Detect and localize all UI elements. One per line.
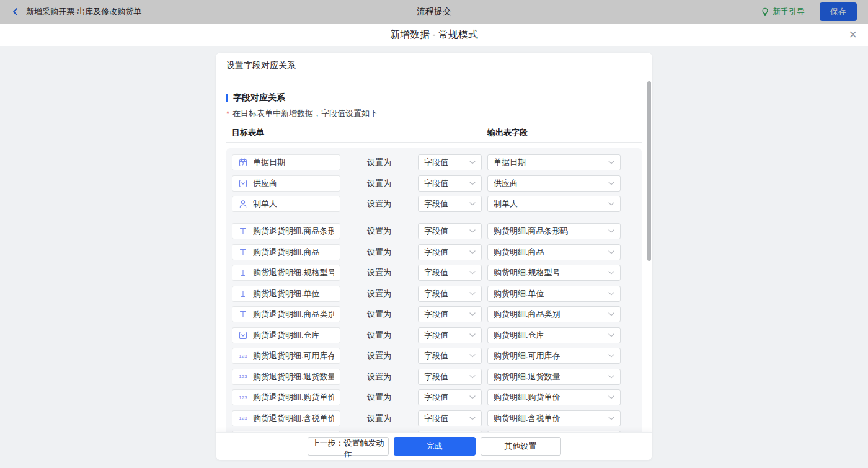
- chevron-down-icon: [469, 375, 476, 379]
- output-field-select[interactable]: 购货明细.退货数量: [487, 369, 621, 385]
- panel-header: 设置字段对应关系: [216, 53, 652, 79]
- target-field-label: 购货退货明细.单位: [253, 288, 320, 299]
- set-as-label: 设置为: [340, 371, 418, 382]
- set-as-label: 设置为: [340, 178, 418, 189]
- modal-header: 新增数据 - 常规模式 ×: [0, 24, 868, 46]
- value-type-selected: 字段值: [424, 157, 448, 168]
- output-field-select[interactable]: 购货明细.可用库存: [487, 348, 621, 364]
- mapping-panel: 设置字段对应关系 字段对应关系 * 在目标表单中新增数据，字段值设置如下 目标表…: [216, 53, 652, 460]
- text-icon: [238, 310, 248, 319]
- close-icon[interactable]: ×: [849, 26, 857, 43]
- chevron-down-icon: [469, 161, 476, 164]
- chevron-down-icon: [608, 271, 614, 275]
- beginner-guide-label: 新手引导: [773, 6, 805, 17]
- value-type-select[interactable]: 字段值: [418, 223, 482, 239]
- column-header-target: 目标表单: [232, 127, 264, 138]
- save-button[interactable]: 保存: [820, 2, 857, 21]
- table-row: 123 购货退货明细.可用库存 设置为 字段值 购货明细.可用库存: [232, 348, 636, 364]
- chevron-down-icon: [469, 229, 476, 233]
- section-description: * 在目标表单中新增数据，字段值设置如下: [226, 108, 642, 119]
- value-type-select[interactable]: 字段值: [418, 327, 482, 343]
- panel-content: 字段对应关系 * 在目标表单中新增数据，字段值设置如下 目标表单 输出表字段 单…: [216, 79, 652, 432]
- value-type-select[interactable]: 字段值: [418, 348, 482, 364]
- set-as-label: 设置为: [340, 247, 418, 258]
- other-settings-button[interactable]: 其他设置: [480, 437, 561, 456]
- number-icon: 123: [238, 415, 248, 421]
- chevron-down-icon: [469, 333, 476, 337]
- set-as-label: 设置为: [340, 267, 418, 278]
- chevron-down-icon: [469, 395, 476, 399]
- output-field-selected: 单据日期: [494, 157, 526, 168]
- output-field-select[interactable]: 购货明细.商品类别: [487, 306, 621, 322]
- chevron-down-icon: [608, 312, 614, 316]
- panel-footer: 上一步：设置触发动作 完成 其他设置: [216, 432, 652, 460]
- target-field-label: 购货退货明细.商品: [253, 247, 320, 258]
- text-icon: [238, 289, 248, 298]
- value-type-select[interactable]: 字段值: [418, 265, 482, 281]
- table-row: 单据日期 设置为 字段值 单据日期: [232, 154, 636, 170]
- user-icon: [238, 200, 248, 208]
- output-field-select[interactable]: 单据日期: [487, 154, 621, 170]
- chevron-down-icon: [608, 202, 614, 206]
- output-field-select[interactable]: 购货明细.含税单价: [487, 410, 621, 426]
- value-type-select[interactable]: 字段值: [418, 175, 482, 192]
- page-mode-title: 流程提交: [0, 6, 868, 17]
- column-headers: 目标表单 输出表字段: [226, 127, 642, 137]
- output-field-select[interactable]: 购货明细.仓库: [487, 327, 621, 343]
- mapping-rows-container: 单据日期 设置为 字段值 单据日期 供应商 设置为 字段值 供应商 制单人 设: [226, 148, 642, 432]
- value-type-selected: 字段值: [424, 247, 448, 258]
- value-type-select[interactable]: 字段值: [418, 196, 482, 212]
- select-icon: [238, 331, 248, 340]
- set-as-label: 设置为: [340, 157, 418, 168]
- section-title: 字段对应关系: [226, 92, 642, 104]
- value-type-select[interactable]: 字段值: [418, 244, 482, 260]
- done-button[interactable]: 完成: [394, 437, 476, 456]
- output-field-selected: 购货明细.规格型号: [494, 267, 560, 278]
- value-type-select[interactable]: 字段值: [418, 154, 482, 170]
- value-type-select[interactable]: 字段值: [418, 369, 482, 385]
- value-type-select[interactable]: 字段值: [418, 306, 482, 322]
- value-type-selected: 字段值: [424, 350, 448, 361]
- output-field-select[interactable]: 制单人: [487, 196, 621, 212]
- output-field-select[interactable]: 购货明细.规格型号: [487, 265, 621, 281]
- chevron-down-icon: [608, 292, 614, 296]
- output-field-select[interactable]: 购货明细.商品条形码: [487, 223, 621, 239]
- chevron-down-icon: [469, 250, 476, 254]
- column-header-output: 输出表字段: [487, 127, 528, 138]
- output-field-selected: 购货明细.单位: [494, 288, 544, 299]
- set-as-label: 设置为: [340, 198, 418, 210]
- select-icon: [238, 179, 248, 188]
- output-field-select[interactable]: 购货明细.商品: [487, 244, 621, 260]
- set-as-label: 设置为: [340, 350, 418, 361]
- table-row: 123 购货退货明细.购货单价 设置为 字段值 购货明细.购货单价: [232, 389, 636, 405]
- chevron-down-icon: [469, 417, 476, 420]
- value-type-select[interactable]: 字段值: [418, 389, 482, 405]
- target-field-box: 123 购货退货明细.退货数量: [232, 369, 340, 385]
- previous-step-button[interactable]: 上一步：设置触发动作: [308, 437, 389, 456]
- table-row: 123 购货退货明细.含税单价 设置为 字段值 购货明细.含税单价: [232, 410, 636, 426]
- chevron-down-icon: [469, 271, 476, 275]
- table-row: 购货退货明细.单位 设置为 字段值 购货明细.单位: [232, 286, 636, 302]
- output-field-select[interactable]: 供应商: [487, 175, 621, 192]
- table-row: 123 购货退货明细.退货数量 设置为 字段值 购货明细.退货数量: [232, 369, 636, 385]
- target-field-label: 单据日期: [253, 157, 285, 168]
- output-field-select[interactable]: 购货明细.购货单价: [487, 389, 621, 405]
- target-field-label: 购货退货明细.规格型号: [253, 267, 334, 278]
- chevron-down-icon: [608, 229, 614, 233]
- number-icon: 123: [238, 395, 248, 400]
- target-field-box: 123 购货退货明细.可用库存: [232, 348, 340, 364]
- lightbulb-icon: [761, 7, 769, 16]
- target-field-label: 购货退货明细.商品条形码: [253, 226, 334, 237]
- beginner-guide-link[interactable]: 新手引导: [761, 6, 805, 17]
- chevron-down-icon: [608, 161, 614, 164]
- table-row: 购货退货明细.商品 设置为 字段值 购货明细.商品: [232, 244, 636, 260]
- output-field-select[interactable]: 购货明细.单位: [487, 286, 621, 302]
- chevron-down-icon: [469, 182, 476, 185]
- target-field-label: 购货退货明细.商品类别: [253, 309, 334, 320]
- value-type-select[interactable]: 字段值: [418, 286, 482, 302]
- top-bar: 新增采购开票-出库及修改购货单 流程提交 新手引导 保存: [0, 0, 868, 24]
- calendar-icon: [238, 158, 248, 167]
- scrollbar-thumb[interactable]: [647, 81, 651, 261]
- target-field-box: 购货退货明细.商品条形码: [232, 223, 340, 239]
- value-type-select[interactable]: 字段值: [418, 410, 482, 426]
